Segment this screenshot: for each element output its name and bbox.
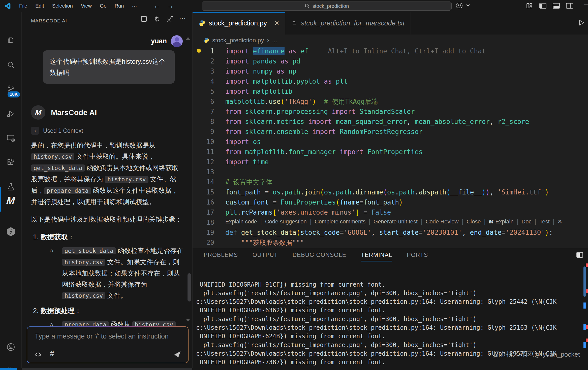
terminal-line: UNIFIED IDEOGRAPH-91CF}) missing from cu… xyxy=(196,280,580,289)
menu-run[interactable]: Run xyxy=(111,3,128,9)
code-line[interactable]: 5import matplotlib xyxy=(193,86,588,96)
bullet-marker-icon: ○ xyxy=(49,245,53,256)
menu-more-icon[interactable]: ⋯ xyxy=(128,3,141,9)
code-line[interactable]: 10import os xyxy=(193,137,588,147)
tab-terminal[interactable]: TERMINAL xyxy=(361,250,392,260)
activity-extensions-icon[interactable] xyxy=(0,155,21,171)
new-chat-icon[interactable] xyxy=(140,15,148,23)
toggle-panel-icon[interactable] xyxy=(552,2,560,10)
line-number: 11 xyxy=(193,148,225,156)
chat-more-actions-icon[interactable]: ⋯ xyxy=(179,14,187,23)
menu-selection[interactable]: Selection xyxy=(48,3,77,9)
code-line[interactable]: 15font_path = os.path.join(os.path.dirna… xyxy=(193,187,588,197)
editor-tab-bar: stock_prediction.py × stcok_prediction_f… xyxy=(193,12,588,35)
nav-forward-icon[interactable]: → xyxy=(164,2,177,10)
lens-ai-action[interactable]: Test xyxy=(539,218,549,225)
code-line[interactable]: 7from sklearn.preprocessing import Stand… xyxy=(193,107,588,117)
tab-output[interactable]: OUTPUT xyxy=(253,250,278,260)
copilot-icon[interactable] xyxy=(455,2,464,10)
panel-title: MARSCODE AI xyxy=(31,18,67,24)
lens-close-icon[interactable]: ✕ xyxy=(558,218,562,225)
breadcrumb[interactable]: stock_prediction.py › ... xyxy=(193,35,588,46)
tab-stock-prediction-py[interactable]: stock_prediction.py × xyxy=(193,12,285,35)
marscode-logo-icon: M xyxy=(489,218,493,225)
code-line[interactable]: 20 """获取股票数据""" xyxy=(193,238,588,248)
code-line[interactable]: 14# 设置中文字体 xyxy=(193,177,588,187)
menu-go[interactable]: Go xyxy=(96,3,111,9)
title-bar: File Edit Selection View Go Run ⋯ ← → st… xyxy=(0,0,588,12)
inline-code-chip: history.csv xyxy=(62,259,105,266)
toggle-primary-sidebar-icon[interactable] xyxy=(539,2,547,10)
avatar[interactable] xyxy=(171,35,183,47)
account-icon[interactable] xyxy=(0,339,21,355)
message-input[interactable]: Type a message or '/' to select an instr… xyxy=(27,327,188,363)
activity-extension-hexagon-icon[interactable] xyxy=(0,224,21,240)
code-line[interactable]: 2import pandas as pd xyxy=(193,56,588,66)
vscode-logo-icon[interactable] xyxy=(4,2,12,10)
line-number: 17 xyxy=(193,209,225,216)
code-line[interactable]: 13 xyxy=(193,167,588,177)
run-file-icon[interactable] xyxy=(577,18,585,27)
lens-ai-action[interactable]: Explain xyxy=(495,218,513,225)
lens-separator: | xyxy=(310,218,312,225)
line-number: 13 xyxy=(193,168,225,176)
toggle-secondary-sidebar-icon[interactable] xyxy=(566,2,574,10)
menu-file[interactable]: File xyxy=(15,3,31,9)
lens-action[interactable]: Code suggestion xyxy=(265,218,307,225)
chevron-down-icon[interactable] xyxy=(466,4,470,7)
code-line[interactable]: 3import numpy as np xyxy=(193,66,588,76)
tab-label: stcok_prediction_for_marscode.txt xyxy=(301,19,405,27)
lens-action[interactable]: Explain code xyxy=(225,218,257,225)
lens-action[interactable]: Code Review xyxy=(426,218,459,225)
terminal-overview-ruler[interactable] xyxy=(583,248,588,370)
code-line[interactable]: 8from sklearn.metrics import mean_square… xyxy=(193,117,588,127)
hash-context-icon[interactable]: # xyxy=(50,349,54,358)
tab-problems[interactable]: PROBLEMS xyxy=(204,250,238,260)
activity-marscode-icon[interactable]: M xyxy=(0,191,21,209)
code-editor[interactable]: 1import efinance as ef Alt+I to Inline C… xyxy=(193,46,588,248)
code-line[interactable]: 1import efinance as ef Alt+I to Inline C… xyxy=(193,46,588,56)
menu-edit[interactable]: Edit xyxy=(31,3,48,9)
activity-remote-explorer-icon[interactable] xyxy=(0,130,21,146)
code-line[interactable]: 12import time xyxy=(193,157,588,167)
lens-action[interactable]: Generate unit test xyxy=(374,218,418,225)
magic-instruction-icon[interactable] xyxy=(34,351,42,358)
code-line[interactable]: 4import matplotlib.pyplot as plt xyxy=(193,76,588,86)
code-line[interactable]: 11from matplotlib.font_manager import Fo… xyxy=(193,147,588,157)
agent-profile-icon[interactable] xyxy=(166,15,174,23)
code-line[interactable]: 19def get_stock_data(stock_code='GOOGL',… xyxy=(193,227,588,238)
activity-source-control-icon[interactable]: 10K xyxy=(0,81,21,97)
nav-back-icon[interactable]: ← xyxy=(150,2,164,10)
activity-explorer-icon[interactable] xyxy=(0,32,21,48)
menu-view[interactable]: View xyxy=(77,3,96,9)
customize-layout-icon[interactable] xyxy=(525,2,533,10)
code-line[interactable]: 16custom_font = FontProperties(fname=fon… xyxy=(193,197,588,207)
tab-label: stock_prediction.py xyxy=(209,19,267,27)
sidebar-scrollbar-thumb[interactable] xyxy=(188,273,191,301)
lens-action[interactable]: Close xyxy=(467,218,481,225)
scroll-up-icon[interactable] xyxy=(186,37,190,40)
tab-marscode-txt[interactable]: stcok_prediction_for_marscode.txt xyxy=(285,12,411,35)
lens-separator: | xyxy=(553,218,554,225)
activity-run-debug-icon[interactable] xyxy=(0,106,21,122)
code-line[interactable]: 17plt.rcParams['axes.unicode_minus'] = F… xyxy=(193,207,588,217)
window-minimize-icon[interactable]: — xyxy=(584,1,588,8)
lens-separator: | xyxy=(462,218,463,225)
send-icon[interactable] xyxy=(172,350,181,359)
lens-action[interactable]: Complete comments xyxy=(315,218,366,225)
code-text: import matplotlib xyxy=(225,88,292,95)
chat-settings-gear-icon[interactable] xyxy=(153,15,161,23)
global-search-input[interactable]: stock_prediction xyxy=(202,2,452,11)
close-icon[interactable]: × xyxy=(274,19,279,28)
tab-debug-console[interactable]: DEBUG CONSOLE xyxy=(292,250,346,260)
context-toggle[interactable]: › Used 1 Context xyxy=(31,127,83,135)
code-line[interactable]: 9from sklearn.ensemble import RandomFore… xyxy=(193,127,588,137)
code-line[interactable]: 6matplotlib.use('TkAgg') # 使用TkAgg后端 xyxy=(193,96,588,107)
tab-ports[interactable]: PORTS xyxy=(407,250,428,260)
lens-ai-action[interactable]: Doc xyxy=(521,218,531,225)
split-panel-icon[interactable] xyxy=(576,251,583,258)
scroll-down-icon[interactable] xyxy=(186,319,190,321)
lens-separator: | xyxy=(260,218,262,225)
remote-indicator[interactable] xyxy=(0,368,17,370)
activity-search-icon[interactable] xyxy=(0,57,21,73)
